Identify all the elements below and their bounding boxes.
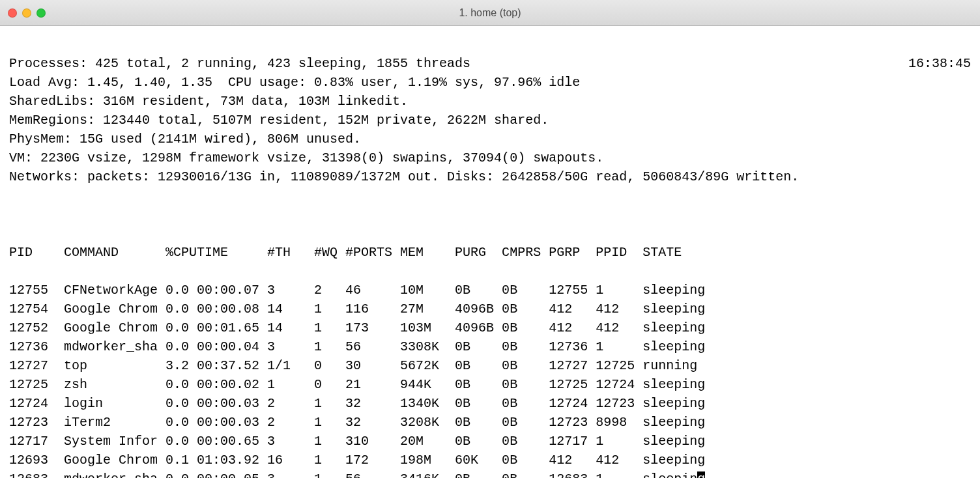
terminal-cursor: g <box>697 471 705 478</box>
header-physmem: PhysMem: 15G used (2141M wired), 806M un… <box>9 130 971 148</box>
top-header: 16:38:45Processes: 425 total, 2 running,… <box>9 54 971 186</box>
window-title: 1. home (top) <box>459 7 521 19</box>
header-loadavg: Load Avg: 1.45, 1.40, 1.35 CPU usage: 0.… <box>9 73 971 92</box>
window-title-bar: 1. home (top) <box>0 0 980 26</box>
header-networks: Networks: packets: 12930016/13G in, 1108… <box>9 167 971 186</box>
table-row: 12755 CFNetworkAge 0.0 00:00.07 3 2 46 1… <box>9 281 971 300</box>
table-row: 12727 top 3.2 00:37.52 1/1 0 30 5672K 0B… <box>9 356 971 375</box>
header-sharedlibs: SharedLibs: 316M resident, 73M data, 103… <box>9 92 971 111</box>
clock-time: 16:38:45 <box>908 54 971 73</box>
table-row: 12725 zsh 0.0 00:00.02 1 0 21 944K 0B 0B… <box>9 375 971 394</box>
table-row: 12723 iTerm2 0.0 00:00.03 2 1 32 3208K 0… <box>9 413 971 432</box>
terminal-output[interactable]: 16:38:45Processes: 425 total, 2 running,… <box>0 26 980 478</box>
close-icon[interactable] <box>8 8 17 18</box>
process-table-body: 12755 CFNetworkAge 0.0 00:00.07 3 2 46 1… <box>9 281 971 478</box>
blank-line <box>9 205 971 224</box>
traffic-lights <box>8 8 46 18</box>
table-row: 12724 login 0.0 00:00.03 2 1 32 1340K 0B… <box>9 394 971 413</box>
table-row: 12693 Google Chrom 0.1 01:03.92 16 1 172… <box>9 451 971 470</box>
table-row: 12683 mdworker_sha 0.0 00:00.05 3 1 56 3… <box>9 470 971 478</box>
table-row: 12752 Google Chrom 0.0 00:01.65 14 1 173… <box>9 318 971 337</box>
maximize-icon[interactable] <box>36 8 46 18</box>
minimize-icon[interactable] <box>22 8 31 18</box>
table-row: 12736 mdworker_sha 0.0 00:00.04 3 1 56 3… <box>9 337 971 356</box>
header-processes: Processes: 425 total, 2 running, 423 sle… <box>9 54 971 73</box>
process-table-header: PID COMMAND %CPUTIME #TH #WQ #PORTS MEM … <box>9 243 971 262</box>
table-row: 12754 Google Chrom 0.0 00:00.08 14 1 116… <box>9 300 971 318</box>
header-vm: VM: 2230G vsize, 1298M framework vsize, … <box>9 148 971 167</box>
header-memregions: MemRegions: 123440 total, 5107M resident… <box>9 111 971 130</box>
table-row: 12717 System Infor 0.0 00:00.65 3 1 310 … <box>9 432 971 451</box>
